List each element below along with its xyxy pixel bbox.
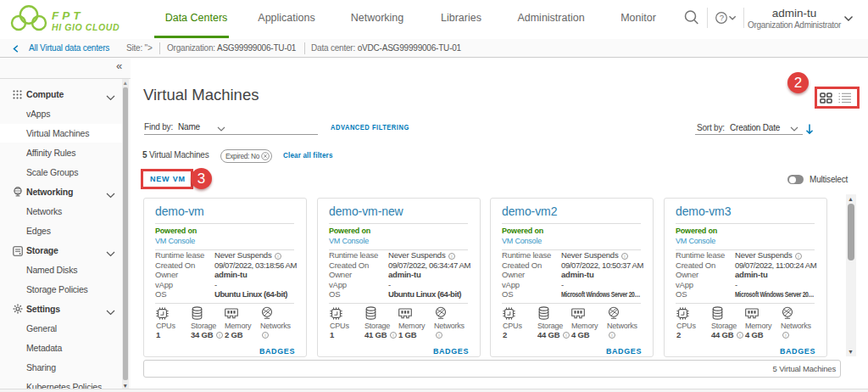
svg-text:HI GIO CLOUD: HI GIO CLOUD [52, 22, 120, 32]
svg-text:FPT: FPT [52, 9, 84, 22]
svg-text:?: ? [720, 13, 724, 22]
